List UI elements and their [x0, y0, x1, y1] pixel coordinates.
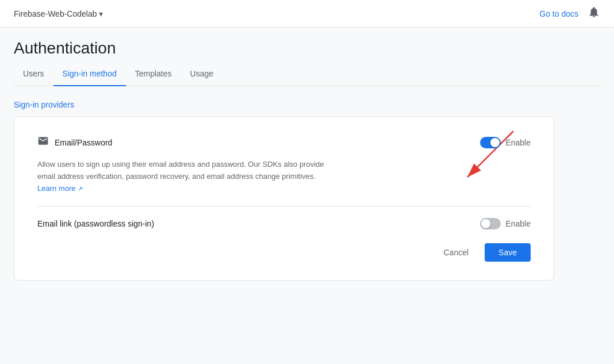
dropdown-icon: ▾ — [99, 9, 103, 18]
tab-users[interactable]: Users — [14, 62, 53, 86]
passwordless-label: Email link (passwordless sign-in) — [37, 219, 480, 228]
save-button[interactable]: Save — [485, 243, 531, 262]
signin-providers-card: Email/Password Enable Allow users to sig… — [14, 116, 554, 281]
learn-more-text: Learn more — [37, 184, 75, 193]
project-name: Firebase-Web-Codelab — [14, 9, 97, 18]
passwordless-text: Email link (passwordless sign-in) — [37, 219, 154, 228]
email-password-toggle[interactable] — [480, 137, 501, 148]
email-toggle-area: Enable — [480, 137, 531, 148]
tabs-bar: Users Sign-in method Templates Usage — [14, 62, 600, 86]
email-password-row: Email/Password Enable — [37, 135, 531, 150]
main-content: Authentication Users Sign-in method Temp… — [0, 28, 614, 281]
tab-signin-method[interactable]: Sign-in method — [53, 62, 126, 86]
top-bar: Firebase-Web-Codelab ▾ Go to docs — [0, 0, 614, 28]
section-title: Sign-in providers — [14, 86, 600, 116]
email-password-label: Email/Password — [55, 138, 112, 147]
passwordless-row: Email link (passwordless sign-in) Enable — [37, 218, 531, 229]
passwordless-toggle-area: Enable — [480, 218, 531, 229]
description-text: Allow users to sign up using their email… — [37, 160, 324, 181]
cancel-button[interactable]: Cancel — [434, 243, 478, 262]
divider — [37, 206, 531, 206]
top-bar-right: Go to docs — [539, 6, 600, 21]
project-selector[interactable]: Firebase-Web-Codelab ▾ — [14, 9, 103, 18]
page-title: Authentication — [14, 28, 600, 62]
email-icon — [37, 135, 49, 150]
tab-usage[interactable]: Usage — [181, 62, 222, 86]
go-to-docs-link[interactable]: Go to docs — [539, 9, 578, 18]
email-enable-label: Enable — [505, 138, 531, 147]
passwordless-enable-label: Enable — [505, 219, 531, 228]
external-link-icon: ↗ — [78, 185, 83, 192]
passwordless-toggle[interactable] — [480, 218, 501, 229]
tab-templates[interactable]: Templates — [126, 62, 181, 86]
bell-icon[interactable] — [588, 6, 600, 21]
email-provider-label: Email/Password — [37, 135, 480, 150]
email-description: Allow users to sign up using their email… — [37, 159, 325, 194]
learn-more-link[interactable]: Learn more ↗ — [37, 184, 83, 193]
action-buttons: Cancel Save — [37, 243, 531, 262]
